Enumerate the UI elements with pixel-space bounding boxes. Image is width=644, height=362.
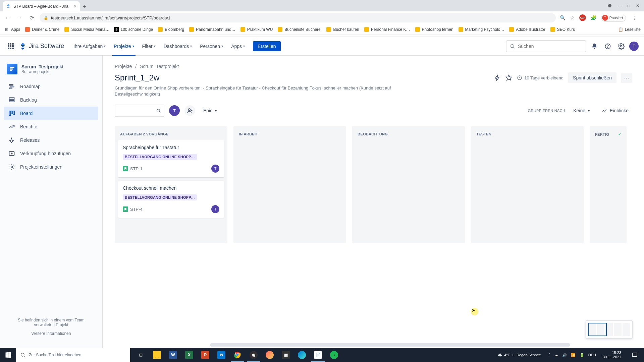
notifications-icon[interactable]: [589, 41, 600, 52]
close-tab-icon[interactable]: ×: [74, 4, 76, 9]
assignee-filter-avatar[interactable]: T: [169, 105, 180, 116]
start-button[interactable]: [0, 348, 16, 362]
assignee-avatar[interactable]: T: [211, 165, 219, 173]
taskbar-app[interactable]: [262, 348, 278, 362]
settings-icon[interactable]: [616, 41, 627, 52]
board-minimap[interactable]: [586, 320, 633, 339]
taskbar-clock[interactable]: 15:23 30.11.2021: [600, 351, 624, 359]
group-by-select[interactable]: Keine ▾: [570, 106, 593, 115]
more-actions-button[interactable]: ⋯: [621, 73, 632, 83]
sidebar-footer-link[interactable]: Weitere Informationen: [9, 331, 93, 336]
jira-logo[interactable]: Jira Software: [19, 42, 64, 50]
taskbar-powerpoint[interactable]: P: [197, 348, 213, 362]
action-center-button[interactable]: [628, 352, 641, 358]
issue-card[interactable]: Checkout schnell machen BESTELLVORGANG O…: [118, 181, 224, 218]
issue-card[interactable]: Spracheingabe für Tastatur BESTELLVORGAN…: [118, 140, 224, 177]
minimap-viewport[interactable]: [588, 323, 607, 336]
card-epic-badge[interactable]: BESTELLVORGANG ONLINE SHOPP…: [123, 194, 197, 200]
taskbar-edge[interactable]: [294, 348, 310, 362]
horizontal-scrollbar[interactable]: [210, 343, 570, 347]
taskbar-explorer[interactable]: [149, 348, 165, 362]
nav-projects[interactable]: Projekte▾: [111, 41, 137, 52]
column-testing[interactable]: TESTEN: [471, 126, 584, 243]
add-people-button[interactable]: [184, 105, 195, 116]
abp-extension-icon[interactable]: ABP: [579, 14, 586, 21]
profile-chip[interactable]: T Pausiert: [601, 14, 626, 22]
sidebar-backlog[interactable]: Backlog: [4, 93, 98, 107]
nav-dashboards[interactable]: Dashboards▾: [161, 41, 195, 52]
insights-button[interactable]: Einblicke: [598, 106, 632, 116]
nav-apps[interactable]: Apps▾: [228, 41, 248, 52]
card-epic-badge[interactable]: BESTELLVORGANG ONLINE SHOPP…: [123, 154, 197, 160]
global-search[interactable]: [506, 40, 586, 52]
star-icon[interactable]: [505, 74, 512, 81]
reading-list[interactable]: 📋 Leseliste: [618, 27, 641, 32]
column-done[interactable]: FERTIG ✓: [590, 126, 627, 243]
tray-chevron-icon[interactable]: ˄: [548, 353, 550, 357]
taskbar-excel[interactable]: X: [181, 348, 197, 362]
bookmark-item[interactable]: Bücher kaufen: [325, 25, 360, 34]
tray-battery-icon[interactable]: 🔋: [580, 353, 584, 357]
automation-icon[interactable]: [494, 74, 501, 81]
bookmark-item[interactable]: Bücherliste Bücherei: [277, 25, 322, 34]
breadcrumb-projects[interactable]: Projekte: [115, 64, 132, 69]
bookmark-item[interactable]: Personal Finance K…: [363, 25, 411, 34]
search-input[interactable]: [518, 44, 582, 49]
apps-bookmark[interactable]: ⊞ Apps: [3, 25, 21, 34]
taskbar-word[interactable]: W: [165, 348, 181, 362]
tray-onedrive-icon[interactable]: ☁: [554, 353, 558, 357]
zoom-icon[interactable]: 🔍: [560, 15, 566, 20]
bookmark-item[interactable]: SEO Kurs: [549, 25, 576, 34]
nav-your-work[interactable]: Ihre Aufgaben▾: [71, 41, 108, 52]
breadcrumb-project[interactable]: Scrum_Testprojekt: [140, 64, 179, 69]
tray-volume-icon[interactable]: 🔊: [562, 353, 567, 357]
new-tab-button[interactable]: +: [80, 2, 89, 11]
bookmark-item[interactable]: Photoshop lernen: [414, 25, 454, 34]
reload-button[interactable]: ⟳: [28, 14, 36, 22]
sidebar-releases[interactable]: Releases: [4, 133, 98, 147]
maximize-button[interactable]: □: [628, 3, 630, 8]
sidebar-add-link[interactable]: Verknüpfung hinzufügen: [4, 147, 98, 160]
assignee-avatar[interactable]: T: [211, 205, 219, 213]
column-in-progress[interactable]: IN ARBEIT: [233, 126, 346, 243]
tray-wifi-icon[interactable]: 📶: [571, 353, 576, 357]
app-switcher[interactable]: [5, 41, 16, 52]
taskbar-spotify[interactable]: ♪: [326, 348, 342, 362]
epic-filter[interactable]: Epic ▾: [200, 106, 220, 115]
issue-key[interactable]: STP-1: [130, 166, 143, 171]
bookmark-star-icon[interactable]: ☆: [570, 15, 575, 20]
tray-language[interactable]: DEU: [588, 353, 596, 357]
taskbar-obs[interactable]: ◉: [246, 348, 262, 362]
bookmark-item[interactable]: Adobe Illustrator: [508, 25, 546, 34]
sidebar-settings[interactable]: Projekteinstellungen: [4, 160, 98, 174]
bookmark-item[interactable]: Social Media Mana…: [63, 25, 110, 34]
board-search[interactable]: [115, 105, 164, 117]
extensions-icon[interactable]: 🧩: [591, 15, 596, 20]
task-view-button[interactable]: ⊡: [133, 348, 149, 362]
issue-key[interactable]: STP-4: [130, 207, 143, 212]
sidebar-board[interactable]: Board: [4, 107, 98, 120]
taskbar-search[interactable]: Zur Suche Text hier eingeben: [16, 348, 130, 362]
bookmark-item[interactable]: B100 schöne Dinge: [113, 26, 154, 33]
browser-menu-icon[interactable]: ⋮: [631, 15, 639, 21]
bookmark-item[interactable]: Marketing Psycholo…: [458, 25, 505, 34]
taskbar-weather[interactable]: ☁️ 4°C L. Regen/Schnee: [494, 353, 544, 357]
bookmark-item[interactable]: Bloomberg: [157, 25, 185, 34]
help-icon[interactable]: [602, 41, 613, 52]
bookmark-item[interactable]: Praktikum WU: [239, 25, 274, 34]
column-watching[interactable]: BEOBACHTUNG: [352, 126, 465, 243]
bookmark-item[interactable]: Dinner & Crime: [24, 25, 60, 34]
close-window-button[interactable]: ✕: [636, 3, 639, 8]
complete-sprint-button[interactable]: Sprint abschließen: [568, 72, 616, 83]
taskbar-mail[interactable]: ✉: [213, 348, 229, 362]
address-bar[interactable]: 🔒 testdeutsch1.atlassian.net/jira/softwa…: [40, 13, 556, 22]
browser-tab[interactable]: STP Board – Agile-Board - Jira ×: [3, 1, 80, 11]
nav-filters[interactable]: Filter▾: [140, 41, 158, 52]
sidebar-roadmap[interactable]: Roadmap: [4, 80, 98, 93]
forward-button[interactable]: →: [15, 14, 23, 22]
bookmark-item[interactable]: Panoramabahn und…: [188, 25, 236, 34]
user-avatar[interactable]: T: [629, 42, 639, 51]
project-header[interactable]: Scrum_Testprojekt Softwareprojekt: [4, 62, 98, 80]
board-search-input[interactable]: [118, 108, 156, 113]
taskbar-notepad[interactable]: 📄: [310, 348, 326, 362]
